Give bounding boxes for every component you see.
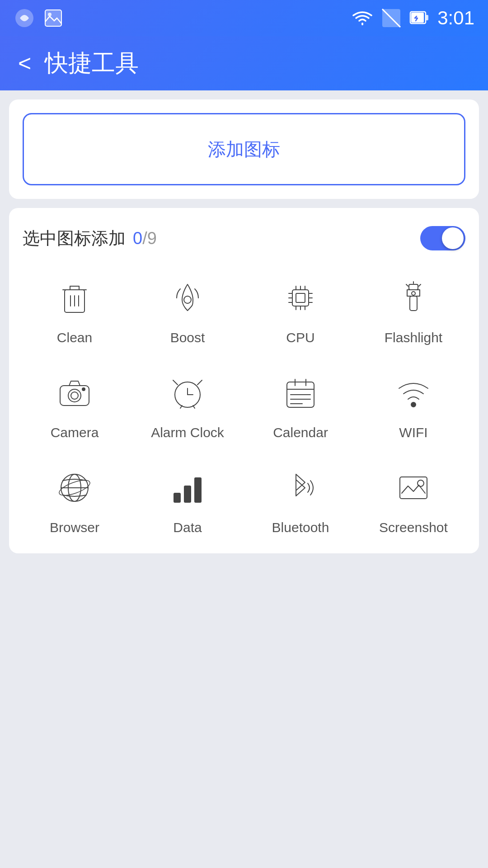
status-bar-left — [14, 7, 64, 29]
back-button[interactable]: < — [18, 52, 31, 75]
data-icon — [169, 470, 206, 506]
gallery-icon — [42, 7, 64, 29]
calendar-icon — [282, 375, 319, 411]
browser-icon — [56, 470, 93, 506]
icon-item-camera[interactable]: Camera — [23, 368, 127, 440]
flashlight-label: Flashlight — [385, 330, 442, 345]
alarm-clock-icon-wrapper — [163, 368, 212, 418]
camera-icon — [56, 375, 93, 411]
bluetooth-icon — [282, 470, 319, 506]
status-time: 3:01 — [437, 7, 474, 29]
icon-item-browser[interactable]: Browser — [23, 463, 127, 535]
clean-label: Clean — [57, 330, 92, 345]
status-bar: 3:01 — [0, 0, 488, 36]
svg-rect-6 — [426, 15, 428, 20]
page-title: 快捷工具 — [45, 47, 139, 79]
selection-toggle[interactable] — [420, 226, 465, 250]
cpu-icon — [282, 280, 319, 316]
icon-item-calendar[interactable]: Calendar — [249, 368, 352, 440]
svg-rect-13 — [292, 290, 309, 306]
screenshot-label: Screenshot — [379, 520, 448, 535]
icon-item-cpu[interactable]: CPU — [249, 273, 352, 345]
cpu-icon-wrapper — [276, 273, 325, 323]
svg-line-31 — [406, 284, 408, 286]
icon-selection-section: 选中图标添加 0 /9 Clean — [9, 208, 479, 553]
svg-point-12 — [184, 296, 191, 303]
browser-label: Browser — [50, 520, 99, 535]
add-icon-label: 添加图标 — [208, 137, 280, 162]
browser-icon-wrapper — [50, 463, 99, 513]
alarm-clock-label: Alarm Clock — [151, 425, 224, 440]
svg-point-49 — [411, 402, 416, 407]
icon-grid: Clean Boost — [23, 273, 465, 535]
svg-point-35 — [71, 392, 78, 399]
data-label: Data — [173, 520, 202, 535]
svg-rect-55 — [184, 486, 191, 502]
battery-status-icon — [409, 8, 429, 28]
selection-title: 选中图标添加 — [23, 227, 126, 250]
svg-point-34 — [68, 389, 81, 402]
app-icon — [14, 7, 35, 29]
icon-item-wifi[interactable]: WIFI — [361, 368, 465, 440]
svg-point-36 — [82, 388, 85, 391]
add-icon-button[interactable]: 添加图标 — [23, 113, 465, 185]
svg-rect-56 — [195, 478, 201, 502]
icon-item-bluetooth[interactable]: Bluetooth — [249, 463, 352, 535]
flashlight-icon — [395, 280, 432, 316]
wifi-label: WIFI — [399, 425, 427, 440]
svg-line-30 — [419, 284, 421, 286]
wifi-status-icon — [352, 9, 373, 27]
camera-icon-wrapper — [50, 368, 99, 418]
count-total: /9 — [142, 229, 157, 248]
svg-rect-54 — [174, 493, 180, 502]
wifi-icon-wrapper — [389, 368, 438, 418]
svg-point-32 — [412, 292, 415, 295]
icon-item-clean[interactable]: Clean — [23, 273, 127, 345]
boost-icon-wrapper — [163, 273, 212, 323]
calendar-icon-wrapper — [276, 368, 325, 418]
boost-label: Boost — [170, 330, 205, 345]
clean-icon — [56, 280, 93, 316]
icon-item-boost[interactable]: Boost — [136, 273, 239, 345]
count-current: 0 — [133, 229, 142, 248]
wifi-icon — [395, 375, 432, 411]
page-header: < 快捷工具 — [0, 36, 488, 90]
alarm-clock-icon — [169, 375, 206, 411]
selection-count: 0 /9 — [133, 229, 157, 248]
svg-point-58 — [418, 480, 424, 486]
status-bar-right: 3:01 — [352, 7, 474, 29]
icon-item-flashlight[interactable]: Flashlight — [361, 273, 465, 345]
flashlight-icon-wrapper — [389, 273, 438, 323]
svg-rect-27 — [409, 284, 418, 290]
icon-item-data[interactable]: Data — [136, 463, 239, 535]
camera-label: Camera — [51, 425, 99, 440]
calendar-label: Calendar — [273, 425, 328, 440]
svg-rect-28 — [410, 296, 417, 311]
svg-rect-14 — [296, 293, 305, 302]
boost-icon — [169, 280, 206, 316]
screenshot-icon — [395, 470, 432, 506]
icon-item-screenshot[interactable]: Screenshot — [361, 463, 465, 535]
screenshot-icon-wrapper — [389, 463, 438, 513]
bluetooth-label: Bluetooth — [272, 520, 329, 535]
bluetooth-icon-wrapper — [276, 463, 325, 513]
add-icon-section: 添加图标 — [9, 99, 479, 199]
icon-item-alarm-clock[interactable]: Alarm Clock — [136, 368, 239, 440]
signal-status-icon — [381, 8, 401, 28]
selection-header: 选中图标添加 0 /9 — [23, 226, 465, 250]
selection-title-group: 选中图标添加 0 /9 — [23, 227, 157, 250]
cpu-label: CPU — [286, 330, 314, 345]
data-icon-wrapper — [163, 463, 212, 513]
svg-rect-57 — [400, 477, 427, 499]
clean-icon-wrapper — [50, 273, 99, 323]
